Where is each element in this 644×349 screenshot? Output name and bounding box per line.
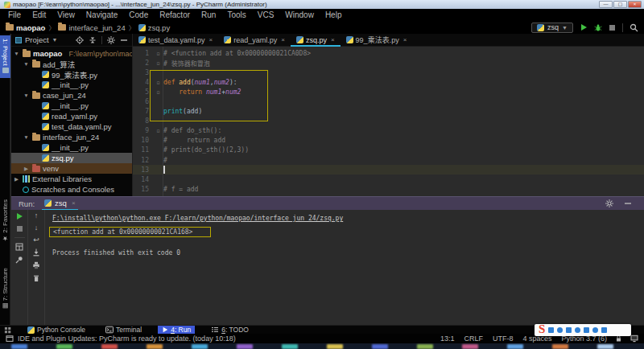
sogou-logo-icon[interactable]: S xyxy=(539,325,545,334)
tree-item-case_jun_24[interactable]: ▼case_jun_24 xyxy=(11,90,132,101)
panel-settings-button[interactable] xyxy=(107,36,115,44)
menu-run[interactable]: Run xyxy=(196,10,221,19)
toolwindow-button-6-todo[interactable]: 6: TODO xyxy=(207,326,253,335)
status-message[interactable]: IDE and Plugin Updates: PyCharm is ready… xyxy=(18,335,431,343)
up-stack-trace-button[interactable]: ↑ xyxy=(35,212,39,220)
tree-item-External Libraries[interactable]: ▶External Libraries xyxy=(11,174,132,184)
chevron-down-icon[interactable]: ▼ xyxy=(13,51,20,56)
code-line-7[interactable]: 7print(add) xyxy=(133,107,644,117)
ime-mic-icon[interactable] xyxy=(575,327,580,333)
ime-pen-icon[interactable] xyxy=(557,327,563,333)
taskbar-app-icon[interactable] xyxy=(417,344,433,349)
restore-layout-button[interactable] xyxy=(15,243,23,251)
code-line-12[interactable]: 12# xyxy=(133,155,644,165)
taskbar-app-icon[interactable] xyxy=(552,344,568,349)
close-icon[interactable]: × xyxy=(403,36,407,43)
locate-file-button[interactable] xyxy=(76,36,84,44)
editor-body[interactable]: 1⊟# <function add at 0x00000000021CA0D8>… xyxy=(133,47,644,196)
code-line-5[interactable]: 5⊟ return num1+num2 xyxy=(133,87,644,96)
rerun-button[interactable] xyxy=(15,212,23,220)
close-icon[interactable]: × xyxy=(331,36,335,43)
code-line-6[interactable]: 6 xyxy=(133,96,644,106)
soft-wrap-button[interactable]: ↩ xyxy=(33,236,39,244)
ime-emoji-icon[interactable] xyxy=(566,327,572,333)
menu-vcs[interactable]: VCS xyxy=(252,10,280,19)
code-line-9[interactable]: 9⊟# def do_sth(): xyxy=(133,126,644,136)
breadcrumb-item-maopao[interactable]: maopao xyxy=(6,23,45,32)
pin-tab-button[interactable] xyxy=(15,256,23,264)
menu-edit[interactable]: Edit xyxy=(27,10,52,19)
tool-window-switcher[interactable] xyxy=(4,326,11,334)
stripe-tab-project[interactable]: 1: Project xyxy=(0,35,10,78)
tree-item-99_乘法表.py[interactable]: 99_乘法表.py xyxy=(11,69,132,80)
taskbar-app-icon[interactable] xyxy=(282,344,298,349)
run-button[interactable] xyxy=(580,23,588,31)
taskbar-app-icon[interactable] xyxy=(462,344,478,349)
menu-refactor[interactable]: Refactor xyxy=(154,10,196,19)
taskbar-app-icon[interactable] xyxy=(56,344,72,349)
tree-item-Scratches and Consoles[interactable]: Scratches and Consoles xyxy=(11,184,132,195)
toolwindow-button-terminal[interactable]: Terminal xyxy=(101,326,146,335)
chevron-right-icon[interactable]: ▶ xyxy=(23,166,30,172)
chevron-down-icon[interactable]: ▼ xyxy=(52,37,58,43)
down-stack-trace-button[interactable]: ↓ xyxy=(35,224,39,232)
ime-keyboard-icon[interactable] xyxy=(584,327,589,333)
fold-marker-icon[interactable]: ⊟ xyxy=(153,89,163,95)
menu-help[interactable]: Help xyxy=(320,10,348,19)
taskbar-app-icon[interactable] xyxy=(101,344,118,349)
hide-panel-button[interactable] xyxy=(120,36,128,44)
stripe-tab-favorites[interactable]: ★2: Favorites xyxy=(0,199,10,244)
stop-process-button[interactable] xyxy=(16,225,23,232)
close-button[interactable]: × xyxy=(628,1,642,8)
code-line-2[interactable]: 2⊟# 装饰器和冒泡 xyxy=(133,58,644,68)
close-icon[interactable]: × xyxy=(209,36,213,43)
toolwindow-button-python-console[interactable]: Python Console xyxy=(23,326,89,335)
breadcrumb-item-zsq.py[interactable]: zsq.py xyxy=(138,23,170,32)
fold-marker-icon[interactable]: ⊟ xyxy=(153,128,163,133)
editor-tab-test_data.yaml.py[interactable]: test_data.yaml.py× xyxy=(133,34,218,46)
taskbar-app-icon[interactable] xyxy=(192,344,208,349)
code-line-14[interactable]: 14 xyxy=(133,174,644,184)
tree-item-venv[interactable]: ▶venv xyxy=(11,163,132,174)
hide-run-panel-button[interactable] xyxy=(624,199,632,207)
close-icon[interactable]: × xyxy=(72,199,76,207)
code-line-8[interactable]: 8 xyxy=(133,117,644,126)
ime-mode-icon[interactable] xyxy=(548,327,554,333)
run-panel-settings-button[interactable] xyxy=(605,199,613,207)
stripe-tab-structure[interactable]: ▦7: Structure xyxy=(0,268,10,311)
toolwindow-button-4-run[interactable]: 4: Run xyxy=(158,326,195,335)
code-line-11[interactable]: 11# print(do_sth()(2,3)) xyxy=(133,146,644,155)
highlighting-level-indicator[interactable] xyxy=(630,335,638,343)
search-everywhere-button[interactable] xyxy=(630,23,638,32)
chevron-down-icon[interactable]: ▼ xyxy=(23,92,30,98)
fold-marker-icon[interactable]: ⊟ xyxy=(153,51,163,56)
ime-toolbox-icon[interactable] xyxy=(601,327,607,333)
taskbar-app-icon[interactable] xyxy=(147,344,163,349)
scroll-to-end-button[interactable] xyxy=(32,248,40,257)
tree-item-maopao[interactable]: ▼maopaoF:\learn\python\maopao xyxy=(11,48,132,59)
taskbar-app-icon[interactable] xyxy=(11,344,27,349)
minimize-button[interactable]: — xyxy=(599,1,613,8)
code-line-4[interactable]: 4⊟def add(num1,num2): xyxy=(133,77,644,87)
taskbar-app-icon[interactable] xyxy=(372,344,388,349)
menu-code[interactable]: Code xyxy=(123,10,154,19)
code-line-3[interactable]: 3 xyxy=(133,68,644,77)
tree-item-add_算法[interactable]: ▼add_算法 xyxy=(11,59,132,69)
editor-tab-99_乘法表.py[interactable]: 99_乘法表.py× xyxy=(341,34,413,46)
project-panel-title[interactable]: Project xyxy=(25,35,49,44)
status-line-separator[interactable]: CRLF xyxy=(464,335,483,343)
breadcrumb-item-interface_jun_24[interactable]: interface_jun_24 xyxy=(58,23,125,32)
editor-tab-zsq.py[interactable]: zsq.py× xyxy=(291,34,341,46)
status-caret-position[interactable]: 13:1 xyxy=(440,335,455,343)
chevron-right-icon[interactable]: ▶ xyxy=(13,176,20,183)
status-encoding[interactable]: UTF-8 xyxy=(493,335,514,343)
menu-navigate[interactable]: Navigate xyxy=(80,10,123,19)
code-line-13[interactable]: 13 xyxy=(133,165,644,174)
chevron-down-icon[interactable]: ▼ xyxy=(23,61,30,67)
debug-button[interactable] xyxy=(594,23,602,31)
taskbar-app-icon[interactable] xyxy=(237,344,253,349)
taskbar-app-icon[interactable] xyxy=(507,344,523,349)
code-line-1[interactable]: 1⊟# <function add at 0x00000000021CA0D8> xyxy=(133,48,644,58)
code-line-10[interactable]: 10# return add xyxy=(133,136,644,146)
tree-item-interface_jun_24[interactable]: ▼interface_jun_24 xyxy=(11,132,132,142)
